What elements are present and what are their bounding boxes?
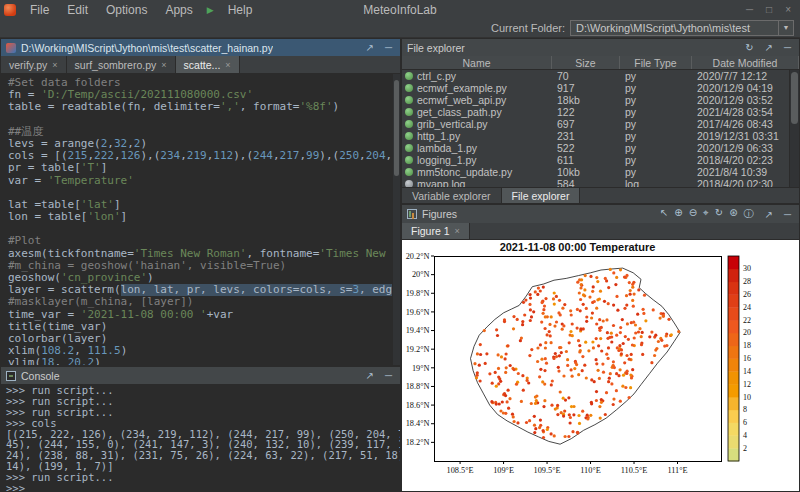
combo-dropdown-icon[interactable]: ▼	[778, 21, 793, 35]
code-token: '%8f'	[299, 100, 332, 113]
code-text: ,	[273, 149, 280, 162]
tab-close-icon[interactable]: ×	[52, 60, 57, 70]
code-token: 'lat'	[81, 198, 114, 211]
editor-tab[interactable]: verify.py×	[1, 56, 67, 73]
table-row[interactable]: get_class_path.py122py2021/4/28 03:54	[402, 106, 789, 118]
table-row[interactable]: grib_vertical.py697py2017/4/26 08:43	[402, 118, 789, 130]
rotate-icon[interactable]: ↻	[712, 207, 726, 221]
editor-tab[interactable]: surf_sombrero.py×	[67, 56, 176, 73]
refresh-icon[interactable]: ↻	[742, 42, 756, 53]
explorer-scrollbar-thumb[interactable]	[791, 72, 798, 124]
code-token: 204	[366, 149, 386, 162]
code-text: ),(	[233, 149, 253, 162]
full-extent-icon[interactable]: ⊛	[726, 207, 740, 221]
identify-icon[interactable]: ⓘ	[741, 207, 757, 221]
svg-text:16: 16	[743, 354, 751, 363]
svg-text:18.6°N: 18.6°N	[406, 401, 430, 410]
float-panel-icon[interactable]: ↗	[762, 42, 776, 53]
maximize-window-icon[interactable]: □	[766, 4, 772, 15]
zoom-out-icon[interactable]: ⊖	[686, 207, 700, 221]
code-text: )	[333, 100, 340, 113]
float-panel-icon[interactable]: ↗	[363, 42, 377, 53]
explorer-tab-variable-explorer[interactable]: Variable explorer	[402, 188, 502, 203]
code-token: 234	[160, 149, 180, 162]
table-row[interactable]: ecmwf_example.py917py2020/12/9 04:19	[402, 82, 789, 94]
editor-file-path: D:\Working\MIScript\Jython\mis\test\scat…	[21, 42, 273, 54]
table-row[interactable]: ctrl_c.py70py2020/7/7 12:12	[402, 70, 789, 82]
column-header-name[interactable]: Name	[402, 56, 552, 69]
minimize-panel-icon[interactable]: ─	[781, 42, 794, 53]
x-axis-labels: 108.5°E109°E109.5°E110°E110.5°E111°E	[447, 461, 688, 475]
pan-icon[interactable]: ⌖	[700, 207, 712, 221]
column-header-size[interactable]: Size	[552, 56, 620, 69]
run-icon[interactable]: ▶	[202, 5, 219, 15]
table-row[interactable]: http_1.py231py2019/12/31 03:31	[402, 130, 789, 142]
table-row[interactable]: lambda_1.py522py2020/12/9 06:33	[402, 142, 789, 154]
figure-canvas[interactable]: 2021-11-08 00:00 Temperature108.5°E109°E…	[402, 240, 799, 491]
current-folder-combobox[interactable]: D:\Working\MIScript\Jython\mis\test ▼	[570, 20, 794, 36]
file-name-cell: get_class_path.py	[402, 106, 552, 118]
menu-item-help[interactable]: Help	[219, 0, 262, 19]
file-size-cell: 70	[552, 70, 620, 82]
code-text: +var	[207, 308, 234, 321]
table-row[interactable]: ecmwf_web_api.py18kbpy2020/12/9 03:52	[402, 94, 789, 106]
code-text: table = readtable(fn, delimiter=	[8, 100, 220, 113]
svg-text:18.2°N: 18.2°N	[406, 438, 430, 447]
svg-text:20: 20	[743, 328, 751, 337]
code-text: axesm(tickfontname=	[8, 247, 134, 260]
code-token: 18	[41, 356, 54, 365]
tab-close-icon[interactable]: ×	[161, 60, 166, 70]
explorer-scrollbar[interactable]	[789, 70, 799, 187]
figure-tab-label: Figure 1	[411, 225, 450, 237]
figure-tab[interactable]: Figure 1 ×	[402, 223, 470, 239]
code-text: , fontname=	[246, 247, 319, 260]
file-date-cell: 2020/12/9 03:52	[692, 94, 789, 106]
editor-scrollbar-thumb[interactable]	[394, 80, 399, 176]
editor-tab[interactable]: scatte...×	[176, 56, 240, 73]
minimize-panel-icon[interactable]: ─	[382, 370, 395, 381]
figures-icon	[407, 209, 417, 219]
close-window-icon[interactable]: ×	[785, 4, 791, 15]
svg-text:19.2°N: 19.2°N	[406, 345, 430, 354]
float-panel-icon[interactable]: ↗	[762, 209, 776, 220]
menu-item-apps[interactable]: Apps	[156, 0, 201, 19]
console-line: >>>	[6, 483, 400, 491]
tab-close-icon[interactable]: ×	[455, 226, 460, 236]
tab-close-icon[interactable]: ×	[225, 60, 230, 70]
code-line: #Plot	[8, 235, 400, 247]
minimize-panel-icon[interactable]: ─	[382, 42, 395, 53]
column-header-date[interactable]: Date Modified	[692, 56, 799, 69]
svg-text:22: 22	[743, 316, 751, 325]
svg-text:19°N: 19°N	[412, 364, 430, 373]
editor-tab-label: scatte...	[184, 59, 221, 71]
toolbar: Current Folder: D:\Working\MIScript\Jyth…	[0, 19, 800, 38]
code-text: )	[121, 344, 128, 357]
table-row[interactable]: myapp.log584log2018/4/20 02:30	[402, 178, 789, 187]
float-panel-icon[interactable]: ↗	[363, 370, 377, 381]
table-row[interactable]: mm5tonc_update.py10kbpy2021/8/4 10:39	[402, 166, 789, 178]
menu-item-options[interactable]: Options	[97, 0, 156, 19]
console-title: Console	[21, 370, 60, 382]
python-file-icon	[405, 144, 413, 152]
menu-item-file[interactable]: File	[21, 0, 58, 19]
file-name: ecmwf_example.py	[417, 82, 507, 94]
minimize-panel-icon[interactable]: ─	[781, 209, 794, 220]
zoom-in-icon[interactable]: ⊕	[671, 207, 685, 221]
table-row[interactable]: logging_1.py611py2018/4/20 02:23	[402, 154, 789, 166]
select-arrow-icon[interactable]: ↖	[657, 207, 671, 221]
file-size-cell: 522	[552, 142, 620, 154]
svg-text:10: 10	[743, 393, 751, 402]
column-header-filetype[interactable]: File Type	[620, 56, 692, 69]
code-text: ,	[107, 137, 114, 150]
svg-text:24: 24	[743, 303, 751, 312]
menu-item-edit[interactable]: Edit	[58, 0, 97, 19]
console-line: >>> run script...	[6, 472, 400, 483]
code-token: 250	[339, 149, 359, 162]
explorer-tab-file-explorer[interactable]: File explorer	[502, 188, 581, 203]
editor-scrollbar[interactable]	[392, 74, 400, 365]
code-editor[interactable]: #Set data foldersfn = 'D:/Temp/ascii/202…	[1, 74, 400, 365]
code-line: lon = table['lon']	[8, 211, 400, 223]
svg-text:20°N: 20°N	[412, 270, 430, 279]
minimize-window-icon[interactable]: ─	[746, 4, 753, 15]
console-output[interactable]: >>> run script...>>> run script...>>> ru…	[1, 384, 400, 491]
